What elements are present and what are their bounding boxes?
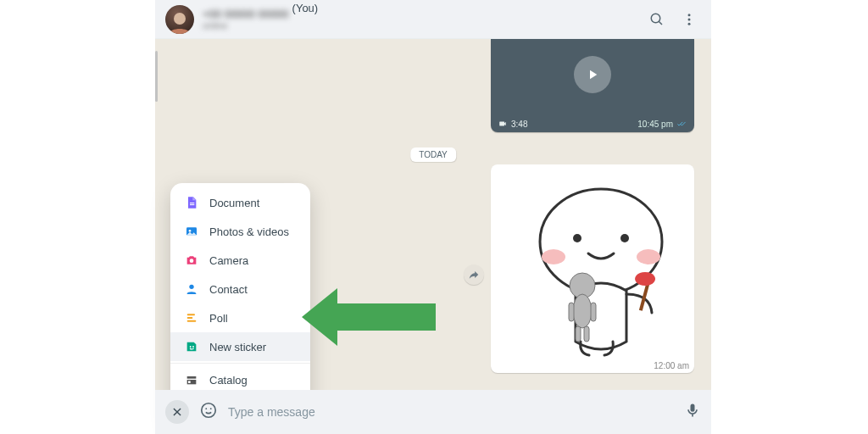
contact-name: +00 00000 00000 bbox=[203, 8, 289, 20]
svg-rect-17 bbox=[584, 326, 589, 342]
svg-rect-14 bbox=[569, 303, 574, 321]
svg-point-23 bbox=[189, 285, 193, 289]
sticker-message[interactable]: 12:00 am bbox=[491, 164, 694, 373]
videocam-icon bbox=[498, 120, 508, 128]
svg-rect-19 bbox=[190, 204, 194, 205]
search-icon[interactable] bbox=[645, 8, 669, 31]
photos-icon bbox=[184, 224, 199, 239]
svg-point-21 bbox=[189, 230, 192, 232]
play-icon[interactable] bbox=[574, 56, 611, 93]
svg-point-35 bbox=[205, 408, 207, 409]
svg-rect-18 bbox=[190, 203, 194, 203]
svg-point-22 bbox=[190, 259, 194, 263]
attach-item-label: Camera bbox=[209, 254, 248, 267]
avatar[interactable] bbox=[165, 5, 194, 34]
attach-item-label: Document bbox=[209, 197, 259, 209]
svg-rect-29 bbox=[187, 376, 197, 379]
video-duration: 3:48 bbox=[511, 120, 527, 129]
svg-rect-31 bbox=[188, 381, 191, 383]
svg-point-9 bbox=[573, 234, 581, 242]
video-message[interactable]: 3:48 10:45 pm bbox=[491, 39, 694, 132]
contact-title[interactable]: +00 00000 00000 online (You) bbox=[203, 8, 637, 31]
svg-point-36 bbox=[210, 408, 212, 409]
attach-item-label: Catalog bbox=[209, 374, 248, 387]
svg-point-0 bbox=[174, 13, 186, 25]
contact-icon bbox=[184, 281, 199, 297]
svg-rect-15 bbox=[591, 303, 596, 321]
svg-rect-24 bbox=[187, 314, 195, 315]
svg-point-1 bbox=[651, 14, 660, 23]
svg-rect-26 bbox=[187, 320, 197, 322]
compose-bar bbox=[155, 390, 711, 434]
read-ticks-icon bbox=[676, 120, 687, 128]
close-attach-button[interactable] bbox=[165, 400, 189, 424]
video-timestamp: 10:45 pm bbox=[637, 120, 673, 129]
attach-item-photos[interactable]: Photos & videos bbox=[170, 217, 310, 246]
svg-point-34 bbox=[202, 403, 216, 418]
attach-item-poll[interactable]: Poll bbox=[170, 303, 310, 332]
attach-item-label: Photos & videos bbox=[209, 225, 289, 238]
more-icon[interactable] bbox=[677, 8, 701, 31]
attach-item-label: Contact bbox=[209, 283, 248, 296]
svg-point-4 bbox=[688, 18, 691, 20]
svg-point-7 bbox=[542, 249, 565, 264]
message-input[interactable] bbox=[228, 405, 674, 419]
svg-point-3 bbox=[688, 14, 691, 16]
contact-status: online bbox=[203, 20, 289, 31]
video-meta: 3:48 10:45 pm bbox=[491, 115, 694, 132]
new-sticker-icon bbox=[184, 339, 199, 354]
svg-point-27 bbox=[190, 346, 192, 348]
emoji-icon[interactable] bbox=[199, 401, 218, 423]
attach-item-label: Poll bbox=[209, 312, 228, 325]
messages-pane[interactable]: 3:48 10:45 pm TODAY bbox=[155, 39, 711, 390]
sticker-timestamp: 12:00 am bbox=[654, 361, 689, 370]
camera-icon bbox=[184, 253, 199, 268]
date-chip: TODAY bbox=[410, 147, 456, 162]
attach-separator bbox=[170, 363, 310, 364]
you-suffix: (You) bbox=[292, 2, 319, 14]
svg-rect-16 bbox=[576, 326, 581, 342]
attach-item-new-sticker[interactable]: New sticker bbox=[170, 332, 310, 361]
forward-icon[interactable] bbox=[464, 264, 484, 285]
mic-icon[interactable] bbox=[684, 402, 701, 422]
attach-item-label: New sticker bbox=[209, 341, 266, 353]
svg-point-13 bbox=[573, 294, 592, 328]
chat-header: +00 00000 00000 online (You) bbox=[155, 0, 711, 39]
svg-point-8 bbox=[637, 249, 660, 264]
svg-point-28 bbox=[192, 346, 194, 348]
document-icon bbox=[184, 195, 199, 210]
attach-item-camera[interactable]: Camera bbox=[170, 246, 310, 275]
svg-point-10 bbox=[620, 234, 629, 242]
chat-window: +00 00000 00000 online (You) 3:48 bbox=[155, 0, 711, 434]
catalog-icon bbox=[184, 372, 199, 387]
attach-item-document[interactable]: Document bbox=[170, 188, 310, 217]
sticker-image bbox=[496, 170, 689, 368]
svg-rect-25 bbox=[187, 317, 193, 319]
svg-rect-37 bbox=[692, 415, 693, 417]
poll-icon bbox=[184, 310, 199, 326]
svg-line-2 bbox=[659, 21, 662, 25]
attach-item-contact[interactable]: Contact bbox=[170, 275, 310, 303]
close-icon bbox=[171, 406, 183, 418]
annotation-arrow-icon bbox=[302, 283, 437, 351]
svg-point-5 bbox=[688, 22, 691, 25]
